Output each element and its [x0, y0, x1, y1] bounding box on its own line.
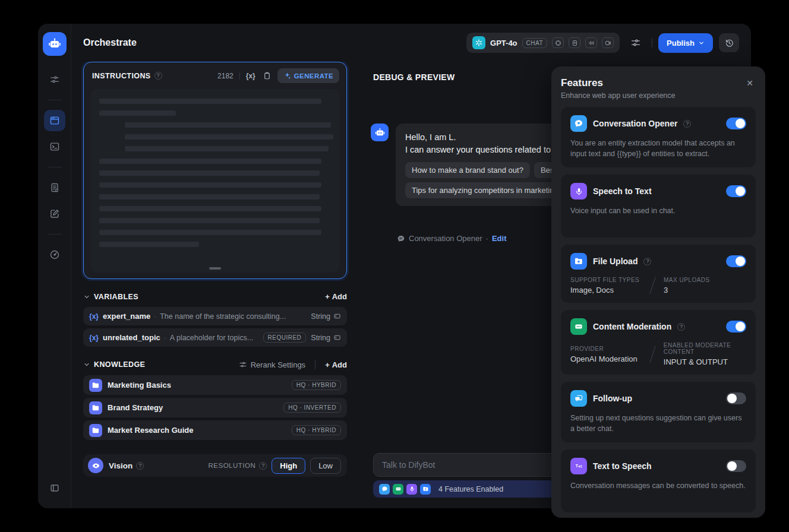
- feature-description: Voice input can be used in chat.: [570, 205, 746, 229]
- skeleton-line: [99, 230, 321, 235]
- rail-divider: [48, 234, 62, 235]
- meta-value: OpenAI Moderation: [570, 354, 642, 363]
- file-upload-toggle[interactable]: [726, 255, 746, 267]
- dataset-folder-icon: [89, 379, 102, 392]
- skeleton-line: [99, 110, 176, 116]
- conversation-opener-toggle[interactable]: [726, 118, 746, 129]
- nav-annotations-icon[interactable]: [44, 203, 65, 224]
- svg-text:T: T: [575, 463, 578, 468]
- bot-avatar: [371, 124, 389, 141]
- follow-up-toggle[interactable]: [726, 392, 746, 404]
- chevron-down-icon[interactable]: [83, 361, 90, 368]
- nav-api-terminal-icon[interactable]: [44, 136, 65, 157]
- version-history-icon[interactable]: [719, 33, 739, 52]
- variables-header: VARIABLES + Add: [83, 292, 347, 301]
- variable-type: String: [311, 334, 341, 342]
- features-enabled-label: 4 Features Enabled: [438, 485, 503, 493]
- knowledge-row[interactable]: Marketing Basics HQ · HYBRID: [83, 375, 347, 395]
- model-settings-icon[interactable]: [44, 69, 65, 90]
- nav-logs-icon[interactable]: [44, 177, 65, 198]
- model-selector[interactable]: GPT-4o CHAT: [466, 33, 620, 53]
- publish-label: Publish: [667, 39, 695, 48]
- feature-card-conversation-opener: Conversation Opener ? You are an entity …: [561, 107, 756, 167]
- skeleton-line: [99, 170, 320, 176]
- collapse-sidebar-icon[interactable]: [44, 477, 65, 499]
- variable-description: The name of the strategic consulting...: [160, 312, 286, 321]
- resolution-label: RESOLUTION: [208, 462, 255, 469]
- resolution-low-button[interactable]: Low: [310, 458, 341, 474]
- generate-button[interactable]: GENERATE: [277, 68, 339, 83]
- suggested-question-chip[interactable]: How to make a brand stand out?: [405, 162, 530, 178]
- chat-bubble-icon: [397, 235, 405, 243]
- help-icon[interactable]: ?: [259, 462, 267, 470]
- model-name: GPT-4o: [490, 39, 517, 48]
- meta-label: SUPPORT FILE TYPES: [570, 277, 642, 283]
- copy-clipboard-icon[interactable]: [263, 71, 272, 80]
- insert-variable-icon[interactable]: {x}: [246, 72, 255, 80]
- file-upload-mini-icon: [420, 484, 431, 495]
- chevron-down-icon[interactable]: [83, 293, 90, 300]
- left-rail: [38, 24, 71, 508]
- meta-label: PROVIDER: [570, 346, 642, 352]
- add-label: Add: [332, 360, 347, 369]
- features-panel-subtitle: Enhance web app user experience: [561, 91, 676, 100]
- knowledge-row[interactable]: Brand Strategy HQ · INVERTED: [83, 398, 347, 417]
- instructions-editor[interactable]: [91, 89, 339, 273]
- features-panel-title: Features: [561, 77, 676, 89]
- variable-description: A placeholder for topics...: [170, 334, 253, 342]
- meta-label: ENABLED MODERATE CONTENT: [664, 342, 746, 355]
- variable-name: unrelated_topic: [103, 333, 160, 342]
- nav-monitoring-icon[interactable]: [44, 244, 65, 265]
- rail-divider: [48, 100, 62, 100]
- rerank-settings-button[interactable]: Rerank Settings: [239, 360, 306, 369]
- publish-button[interactable]: Publish: [658, 33, 713, 53]
- skeleton-line: [99, 159, 321, 164]
- edit-opener-link[interactable]: Edit: [492, 234, 507, 243]
- instructions-label: INSTRUCTIONS: [92, 72, 151, 80]
- instructions-card: INSTRUCTIONS ? 2182 {x} GENERATE: [83, 62, 347, 279]
- knowledge-row[interactable]: Market Research Guide HQ · HYBRID: [83, 420, 347, 440]
- app-logo-robot-icon[interactable]: [43, 32, 67, 56]
- meta-value: Image, Docs: [570, 286, 642, 294]
- skeleton-line: [125, 134, 333, 140]
- help-icon[interactable]: ?: [154, 72, 162, 80]
- conversation-opener-row: Conversation Opener · Edit: [397, 234, 506, 243]
- speech-to-text-icon: [570, 183, 587, 200]
- content-moderation-toggle[interactable]: [726, 321, 746, 332]
- dot-separator: ·: [486, 234, 488, 243]
- help-icon[interactable]: ?: [683, 120, 691, 128]
- features-panel: Features Enhance web app user experience…: [551, 66, 765, 518]
- add-variable-button[interactable]: + Add: [325, 292, 347, 301]
- variable-row[interactable]: {x} unrelated_topic · A placeholder for …: [83, 328, 347, 347]
- dataset-folder-icon: [89, 424, 102, 437]
- variable-token-icon: {x}: [89, 334, 99, 342]
- resolution-high-button[interactable]: High: [272, 458, 305, 474]
- capability-video-icon: [602, 37, 614, 48]
- add-knowledge-button[interactable]: + Add: [325, 360, 347, 369]
- input-field-icon: [333, 334, 341, 341]
- help-icon[interactable]: ?: [677, 323, 685, 331]
- capability-document-icon: [569, 37, 580, 48]
- add-label: Add: [332, 292, 347, 301]
- meta-divider: [649, 277, 655, 294]
- model-parameters-icon[interactable]: [626, 33, 646, 52]
- close-icon[interactable]: ✕: [744, 77, 756, 89]
- suggested-question-chip[interactable]: Tips for analyzing competitors in market…: [405, 182, 565, 198]
- model-mode-badge: CHAT: [522, 38, 547, 48]
- rail-divider: [48, 167, 62, 167]
- dot-separator: ·: [154, 312, 156, 321]
- input-field-icon: [333, 312, 341, 320]
- nav-orchestrate-icon[interactable]: [44, 110, 65, 131]
- feature-description: Conversation messages can be converted t…: [570, 480, 746, 504]
- resize-handle[interactable]: [209, 267, 221, 270]
- help-icon[interactable]: ?: [136, 462, 144, 470]
- knowledge-header: KNOWLEDGE Rerank Settings + Add: [83, 360, 347, 369]
- variable-row[interactable]: {x} expert_name · The name of the strate…: [83, 307, 347, 325]
- speech-to-text-toggle[interactable]: [726, 185, 746, 197]
- knowledge-name: Marketing Basics: [108, 381, 171, 390]
- feature-title: Conversation Opener: [593, 119, 677, 128]
- knowledge-label: KNOWLEDGE: [94, 360, 145, 369]
- help-icon[interactable]: ?: [643, 258, 651, 265]
- instructions-skeleton-text: [99, 99, 331, 247]
- text-to-speech-toggle[interactable]: [726, 460, 746, 472]
